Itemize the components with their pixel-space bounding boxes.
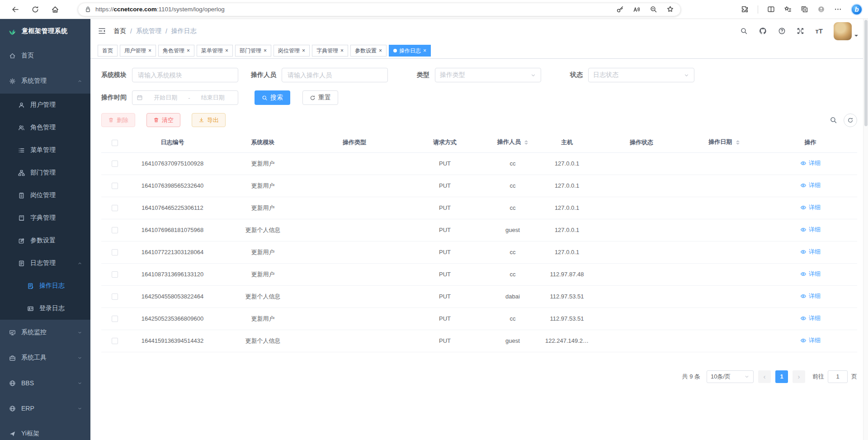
header-search-icon[interactable] — [740, 27, 748, 35]
view-tab[interactable]: 部门管理 × — [235, 45, 271, 57]
password-key-icon[interactable] — [616, 5, 624, 13]
page-size-select[interactable]: 10条/页 — [707, 370, 754, 383]
sidebar-item[interactable]: 部门管理 — [0, 161, 90, 184]
view-tab[interactable]: 字典管理 × — [312, 45, 348, 57]
sidebar-item[interactable]: 用户管理 — [0, 94, 90, 116]
sort-asc-icon[interactable] — [524, 138, 528, 142]
sidebar-item[interactable]: 参数设置 — [0, 229, 90, 252]
detail-link[interactable]: 详细 — [800, 292, 821, 300]
breadcrumb-home[interactable]: 首页 — [113, 27, 126, 35]
user-avatar[interactable] — [834, 22, 852, 40]
sidebar-item[interactable]: 系统工具 — [0, 345, 90, 370]
detail-link[interactable]: 详细 — [800, 203, 821, 212]
more-menu-icon[interactable] — [834, 5, 842, 13]
sidebar-item[interactable]: 菜单管理 — [0, 139, 90, 161]
hamburger-icon[interactable] — [98, 27, 106, 35]
tab-close-icon[interactable]: × — [225, 48, 228, 53]
sort-desc-icon[interactable] — [736, 143, 740, 147]
split-screen-icon[interactable] — [767, 5, 775, 13]
view-tab[interactable]: 菜单管理 × — [197, 45, 233, 57]
back-icon[interactable] — [5, 2, 25, 17]
detail-link[interactable]: 详细 — [800, 248, 821, 256]
sidebar-item[interactable]: 日志管理 — [0, 252, 90, 274]
row-checkbox[interactable] — [112, 316, 118, 322]
sidebar-item[interactable]: 系统监控 — [0, 320, 90, 345]
home-icon[interactable] — [45, 2, 65, 17]
export-button[interactable]: 导出 — [192, 113, 226, 127]
row-checkbox[interactable] — [112, 249, 118, 255]
next-page-button[interactable]: › — [793, 370, 805, 383]
help-icon[interactable] — [778, 27, 786, 35]
show-search-icon[interactable] — [830, 116, 837, 124]
view-tab[interactable]: 参数设置 × — [350, 45, 387, 57]
clear-button[interactable]: 清空 — [146, 113, 180, 127]
sort-caret[interactable] — [736, 138, 740, 147]
view-tab[interactable]: 角色管理 × — [158, 45, 194, 57]
copilot-icon[interactable]: b — [851, 4, 863, 15]
goto-page-input[interactable] — [828, 370, 848, 383]
tab-close-icon[interactable]: × — [148, 48, 151, 53]
sort-asc-icon[interactable] — [736, 138, 740, 142]
status-select[interactable]: 日志状态 — [588, 68, 694, 82]
page-scrollbar[interactable] — [863, 19, 868, 440]
operator-input[interactable] — [282, 68, 388, 82]
row-checkbox[interactable] — [112, 338, 118, 344]
favorites-hub-icon[interactable] — [784, 5, 792, 13]
detail-link[interactable]: 详细 — [800, 226, 821, 234]
prev-page-button[interactable]: ‹ — [758, 370, 771, 383]
view-tab[interactable]: 首页 — [98, 45, 118, 57]
row-checkbox[interactable] — [112, 161, 118, 167]
sidebar-item[interactable]: 登录日志 — [0, 297, 90, 320]
date-range-picker[interactable]: 开始日期 - 结束日期 — [132, 90, 238, 105]
favorite-star-icon[interactable] — [666, 5, 674, 13]
refresh-table-icon[interactable] — [844, 114, 857, 127]
sort-desc-icon[interactable] — [524, 143, 528, 147]
row-checkbox[interactable] — [112, 227, 118, 233]
row-checkbox[interactable] — [112, 183, 118, 189]
read-aloud-icon[interactable] — [633, 5, 641, 13]
reset-button[interactable]: 重置 — [302, 90, 338, 105]
sidebar-item[interactable]: 字典管理 — [0, 207, 90, 229]
view-tab[interactable]: 操作日志 × — [389, 45, 431, 57]
detail-link[interactable]: 详细 — [800, 159, 821, 167]
view-tab[interactable]: 用户管理 × — [120, 45, 156, 57]
collections-icon[interactable] — [801, 5, 808, 13]
detail-link[interactable]: 详细 — [800, 314, 821, 322]
address-bar[interactable]: https://ccnetcore.com:1101/system/log/op… — [78, 3, 681, 16]
extensions-icon[interactable] — [741, 5, 749, 13]
sidebar-item[interactable]: 系统管理 — [0, 68, 90, 94]
sidebar-item[interactable]: Yi框架 — [0, 421, 90, 440]
tab-close-icon[interactable]: × — [379, 48, 382, 53]
user-menu[interactable] — [834, 22, 858, 40]
sidebar-item[interactable]: BBS — [0, 370, 90, 396]
fullscreen-icon[interactable] — [797, 27, 804, 35]
detail-link[interactable]: 详细 — [800, 336, 821, 345]
sidebar-item[interactable]: 操作日志 — [0, 274, 90, 297]
text-size-icon[interactable]: тT — [815, 27, 823, 35]
row-checkbox[interactable] — [112, 205, 118, 211]
browser-profile-icon[interactable] — [817, 5, 825, 13]
sidebar-item[interactable]: ERP — [0, 396, 90, 421]
sidebar-item[interactable]: 角色管理 — [0, 116, 90, 139]
tab-close-icon[interactable]: × — [423, 48, 426, 53]
github-icon[interactable] — [759, 27, 767, 35]
detail-link[interactable]: 详细 — [800, 270, 821, 278]
sort-caret[interactable] — [524, 138, 528, 147]
tab-close-icon[interactable]: × — [264, 48, 267, 53]
tab-close-icon[interactable]: × — [340, 48, 344, 53]
row-checkbox[interactable] — [112, 271, 118, 278]
view-tab[interactable]: 岗位管理 × — [274, 45, 310, 57]
module-input[interactable] — [132, 68, 238, 82]
tab-close-icon[interactable]: × — [187, 48, 190, 53]
delete-button[interactable]: 删除 — [101, 113, 135, 127]
tab-close-icon[interactable]: × — [302, 48, 305, 53]
zoom-out-icon[interactable] — [650, 5, 657, 13]
page-number-1[interactable]: 1 — [775, 370, 788, 383]
row-checkbox[interactable] — [112, 293, 118, 300]
detail-link[interactable]: 详细 — [800, 181, 821, 189]
type-select[interactable]: 操作类型 — [435, 68, 541, 82]
search-button[interactable]: 搜索 — [255, 90, 290, 105]
sidebar-item[interactable]: 首页 — [0, 43, 90, 68]
reload-icon[interactable] — [25, 2, 45, 17]
select-all-checkbox[interactable] — [112, 140, 118, 146]
